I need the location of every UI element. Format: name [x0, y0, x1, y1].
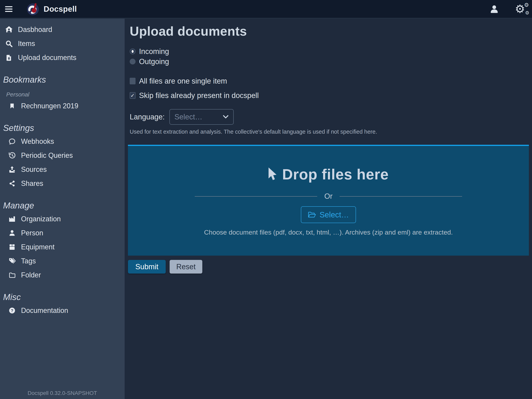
- sidebar-item-label: Webhooks: [21, 137, 54, 146]
- language-row: Language: Select…: [130, 109, 532, 125]
- or-divider: Or: [195, 192, 462, 200]
- sidebar-item-webhooks[interactable]: Webhooks: [0, 135, 125, 148]
- house-user-icon: [5, 26, 13, 33]
- checkbox-single-item[interactable]: All files are one single item: [130, 76, 532, 86]
- sidebar-item-label: Sources: [21, 165, 47, 174]
- language-select-value: Select…: [174, 113, 221, 121]
- sidebar-item-documentation[interactable]: ? Documentation: [0, 303, 125, 318]
- folder-open-icon: [308, 211, 316, 218]
- dropzone-title: Drop files here: [282, 166, 389, 183]
- sidebar-item-label: Shares: [21, 180, 43, 188]
- sidebar: Dasbhoard Items Upload documents Bo: [0, 19, 125, 399]
- sidebar-item-label: Upload documents: [18, 54, 76, 62]
- checkbox-single-item-label: All files are one single item: [139, 77, 227, 85]
- sidebar-item-label: Folder: [21, 271, 41, 279]
- radio-outgoing-control[interactable]: [130, 59, 136, 64]
- file-dropzone[interactable]: Drop files here Or Select… Choose docume…: [128, 145, 529, 256]
- bookmark-icon: [8, 103, 16, 109]
- section-heading-settings: Settings: [0, 123, 125, 133]
- search-icon: [5, 40, 13, 47]
- menu-toggle-icon[interactable]: [5, 0, 19, 18]
- direction-radio-group: Incoming Outgoing: [130, 46, 532, 67]
- sidebar-item-label: Items: [18, 39, 35, 48]
- sidebar-item-person[interactable]: Person: [0, 226, 125, 240]
- app-title: Docspell: [44, 5, 77, 13]
- app-version: Docspell 0.32.0-SNAPSHOT: [0, 390, 125, 399]
- circle-question-icon: ?: [8, 307, 16, 314]
- sidebar-item-label: Rechnungen 2019: [21, 102, 78, 110]
- submit-button[interactable]: Submit: [128, 260, 166, 274]
- sidebar-item-sources[interactable]: Sources: [0, 162, 125, 176]
- share-nodes-icon: [8, 180, 16, 187]
- checkbox-skip-files[interactable]: ✓ Skip files already present in docspell: [130, 90, 532, 101]
- sidebar-item-label: Person: [21, 229, 43, 237]
- box-icon: [8, 244, 16, 251]
- sidebar-item-dashboard[interactable]: Dasbhoard: [0, 23, 125, 37]
- sidebar-item-organization[interactable]: Organization: [0, 212, 125, 226]
- sidebar-item-items[interactable]: Items: [0, 37, 125, 51]
- sidebar-item-label: Periodic Queries: [21, 151, 73, 160]
- comment-icon: [8, 138, 16, 145]
- user-icon: [8, 230, 16, 237]
- language-label: Language:: [130, 113, 165, 121]
- sidebar-item-label: Equipment: [21, 243, 55, 251]
- radio-outgoing[interactable]: Outgoing: [130, 57, 532, 67]
- industry-icon: [8, 215, 16, 223]
- user-account-icon[interactable]: [488, 3, 500, 15]
- section-heading-bookmarks: Bookmarks: [0, 75, 125, 84]
- sidebar-item-label: Tags: [21, 257, 36, 265]
- tags-icon: [8, 257, 16, 264]
- sidebar-item-label: Dasbhoard: [18, 26, 52, 34]
- select-files-button[interactable]: Select…: [301, 206, 356, 223]
- upload-icon: [8, 166, 16, 173]
- sidebar-item-tags[interactable]: Tags: [0, 254, 125, 268]
- mouse-pointer-icon: [268, 167, 277, 181]
- checkbox-skip-files-control[interactable]: ✓: [130, 92, 136, 99]
- chevron-down-icon: [223, 115, 229, 119]
- svg-text:?: ?: [11, 308, 13, 313]
- radio-incoming-control[interactable]: [130, 49, 136, 54]
- settings-gears-icon[interactable]: ⚙ ⚙ ⚙: [514, 3, 526, 15]
- radio-outgoing-label: Outgoing: [139, 58, 169, 66]
- page-title: Upload documents: [130, 24, 532, 39]
- sidebar-item-upload-documents[interactable]: Upload documents: [0, 51, 125, 65]
- reset-button[interactable]: Reset: [170, 260, 202, 274]
- language-hint: Used for text extraction and analysis. T…: [130, 129, 532, 135]
- main-content: Upload documents Incoming Outgoing All f…: [125, 19, 532, 399]
- dropzone-caption: Choose document files (pdf, docx, txt, h…: [204, 229, 453, 236]
- language-select[interactable]: Select…: [169, 109, 234, 125]
- sidebar-item-folder[interactable]: Folder: [0, 268, 125, 282]
- section-heading-manage: Manage: [0, 201, 125, 210]
- history-icon: [8, 152, 16, 159]
- checkbox-single-item-control[interactable]: [130, 78, 136, 84]
- sidebar-item-shares[interactable]: Shares: [0, 176, 125, 191]
- form-actions: Submit Reset: [128, 260, 532, 274]
- bookmarks-group-personal: Personal: [0, 91, 125, 98]
- sidebar-item-periodic-queries[interactable]: Periodic Queries: [0, 148, 125, 162]
- docspell-logo: [26, 3, 39, 15]
- radio-incoming-label: Incoming: [139, 47, 169, 56]
- select-files-label: Select…: [320, 210, 349, 219]
- file-upload-icon: [5, 54, 13, 61]
- sidebar-item-label: Documentation: [21, 306, 68, 315]
- section-heading-misc: Misc: [0, 292, 125, 302]
- checkbox-skip-files-label: Skip files already present in docspell: [139, 91, 259, 100]
- sidebar-item-label: Organization: [21, 215, 61, 223]
- sidebar-item-equipment[interactable]: Equipment: [0, 240, 125, 254]
- sidebar-item-rechnungen-2019[interactable]: Rechnungen 2019: [0, 99, 125, 113]
- folder-icon: [8, 272, 16, 278]
- top-navbar: Docspell ⚙ ⚙ ⚙: [0, 0, 532, 18]
- or-text: Or: [324, 192, 332, 200]
- radio-incoming[interactable]: Incoming: [130, 46, 532, 57]
